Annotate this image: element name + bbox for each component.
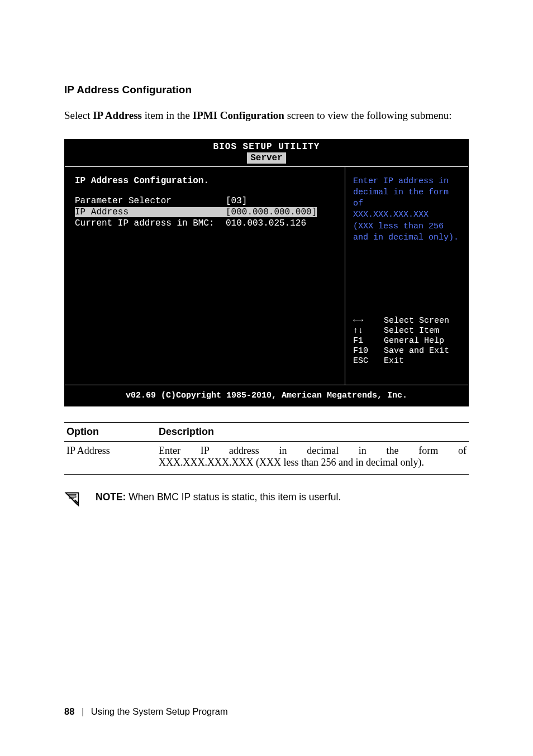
col-header-description: Description (156, 422, 469, 441)
intro-post: screen to view the following submenu: (284, 109, 452, 121)
bios-row-ip-address: IP Address [000.000.000.000] (75, 207, 339, 217)
intro-mid: item in the (142, 109, 193, 121)
key-row: F10Save and Exit (353, 346, 461, 356)
key: F1 (353, 336, 384, 346)
options-table: Option Description IP Address Enter IP a… (64, 422, 469, 475)
key-desc: Select Item (384, 326, 439, 336)
bios-help-text: Enter IP address in decimal in the form … (353, 176, 461, 244)
note-text: NOTE: When BMC IP status is static, this… (96, 491, 341, 503)
row-value: 010.003.025.126 (226, 218, 306, 228)
note-label: NOTE: (96, 491, 126, 503)
key: F10 (353, 346, 384, 356)
bios-body: IP Address Configuration. Parameter Sele… (65, 167, 468, 385)
key: ↑↓ (353, 326, 384, 336)
key: ←→ (353, 316, 384, 326)
bios-screenshot: BIOS SETUP UTILITY Server IP Address Con… (64, 139, 469, 406)
key-row: ←→Select Screen (353, 316, 461, 326)
note-icon (64, 491, 80, 507)
table-row: IP Address Enter IP address in decimal i… (64, 441, 469, 474)
bios-tab-server: Server (247, 152, 286, 164)
row-label: IP Address (75, 207, 226, 217)
bios-tab-row: Server (65, 152, 468, 167)
bios-panel-title: IP Address Configuration. (75, 176, 339, 186)
key-desc: General Help (384, 336, 444, 346)
key-row: ↑↓Select Item (353, 326, 461, 336)
note-block: NOTE: When BMC IP status is static, this… (64, 491, 469, 507)
footer-section: Using the System Setup Program (91, 706, 228, 716)
col-header-option: Option (64, 422, 156, 441)
bios-key-legend: ←→Select Screen ↑↓Select Item F1General … (353, 316, 461, 366)
row-label: Current IP address in BMC: (75, 218, 226, 228)
row-value: [03] (226, 196, 247, 206)
bios-row-parameter-selector: Parameter Selector [03] (75, 196, 339, 206)
row-value: [000.000.000.000] (226, 207, 317, 217)
desc-line: Enter IP address in decimal in the form … (159, 445, 467, 457)
bios-footer: v02.69 (C)Copyright 1985-2010, American … (65, 385, 468, 406)
desc-line: XXX.XXX.XXX.XXX (XXX less than 256 and i… (159, 457, 467, 468)
bios-left-panel: IP Address Configuration. Parameter Sele… (65, 167, 345, 385)
key: ESC (353, 356, 384, 366)
help-line: and in decimal only). (353, 232, 461, 243)
note-body: When BMC IP status is static, this item … (126, 491, 341, 503)
section-heading: IP Address Configuration (64, 84, 469, 96)
footer-separator: | (82, 706, 84, 716)
key-row: F1General Help (353, 336, 461, 346)
help-line: XXX.XXX.XXX.XXX (353, 209, 461, 221)
key-desc: Save and Exit (384, 346, 449, 356)
help-line: Enter IP address in (353, 176, 461, 187)
key-desc: Select Screen (384, 316, 449, 326)
intro-bold-1: IP Address (93, 109, 142, 121)
key-row: ESCExit (353, 356, 461, 366)
row-label: Parameter Selector (75, 196, 226, 206)
page-footer: 88 | Using the System Setup Program (64, 706, 228, 717)
intro-bold-2: IPMI Configuration (193, 109, 284, 121)
bios-title: BIOS SETUP UTILITY (65, 140, 468, 152)
bios-row-current-ip: Current IP address in BMC: 010.003.025.1… (75, 218, 339, 228)
intro-pre: Select (64, 109, 93, 121)
key-desc: Exit (384, 356, 404, 366)
page-number: 88 (64, 706, 74, 716)
cell-option: IP Address (64, 441, 156, 474)
bios-right-panel: Enter IP address in decimal in the form … (345, 167, 468, 385)
help-line: (XXX less than 256 (353, 221, 461, 232)
intro-paragraph: Select IP Address item in the IPMI Confi… (64, 108, 469, 123)
help-line: decimal in the form of (353, 187, 461, 210)
cell-description: Enter IP address in decimal in the form … (156, 441, 469, 474)
